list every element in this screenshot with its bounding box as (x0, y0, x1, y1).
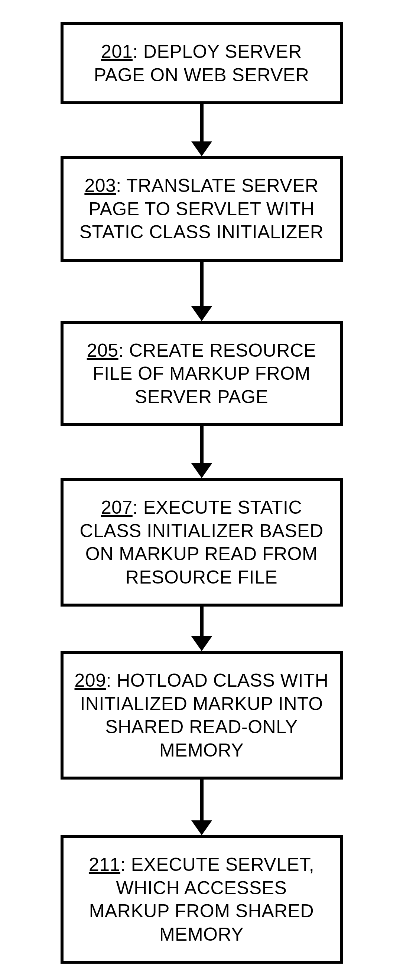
step-text: 203: TRANSLATE SERVER PAGE TO SERVLET WI… (75, 174, 329, 244)
arrow-head-icon (191, 142, 212, 156)
step-desc: EXECUTE SERVLET, WHICH ACCESSES MARKUP F… (89, 854, 314, 945)
arrow-head-icon (191, 820, 212, 835)
arrow-shaft (200, 262, 204, 306)
step-box-207: 207: EXECUTE STATIC CLASS INITIALIZER BA… (61, 478, 343, 606)
step-text: 211: EXECUTE SERVLET, WHICH ACCESSES MAR… (75, 853, 329, 946)
arrow-head-icon (191, 306, 212, 321)
step-number: 205 (87, 340, 118, 361)
step-number: 209 (75, 670, 106, 691)
step-number: 207 (101, 497, 132, 518)
arrow-shaft (200, 426, 204, 463)
arrow-209-211 (191, 780, 212, 835)
arrow-203-205 (191, 262, 212, 321)
arrow-head-icon (191, 636, 212, 651)
arrow-201-203 (191, 104, 212, 156)
step-text: 201: DEPLOY SERVER PAGE ON WEB SERVER (75, 40, 329, 86)
step-box-205: 205: CREATE RESOURCE FILE OF MARKUP FROM… (61, 321, 343, 426)
step-desc: CREATE RESOURCE FILE OF MARKUP FROM SERV… (92, 340, 316, 407)
step-desc: HOTLOAD CLASS WITH INITIALIZED MARKUP IN… (80, 670, 328, 760)
step-number: 203 (84, 175, 116, 196)
flowchart-container: 201: DEPLOY SERVER PAGE ON WEB SERVER 20… (0, 0, 403, 964)
step-box-209: 209: HOTLOAD CLASS WITH INITIALIZED MARK… (61, 651, 343, 780)
step-box-211: 211: EXECUTE SERVLET, WHICH ACCESSES MAR… (61, 835, 343, 964)
step-text: 209: HOTLOAD CLASS WITH INITIALIZED MARK… (75, 669, 329, 762)
step-text: 207: EXECUTE STATIC CLASS INITIALIZER BA… (75, 496, 329, 589)
step-box-203: 203: TRANSLATE SERVER PAGE TO SERVLET WI… (61, 156, 343, 262)
arrow-shaft (200, 104, 204, 142)
arrow-shaft (200, 780, 204, 820)
step-text: 205: CREATE RESOURCE FILE OF MARKUP FROM… (75, 339, 329, 409)
arrow-head-icon (191, 463, 212, 478)
arrow-207-209 (191, 606, 212, 651)
step-number: 211 (89, 854, 120, 875)
arrow-shaft (200, 606, 204, 636)
step-number: 201 (101, 41, 132, 62)
step-desc: TRANSLATE SERVER PAGE TO SERVLET WITH ST… (80, 175, 323, 242)
arrow-205-207 (191, 426, 212, 478)
step-box-201: 201: DEPLOY SERVER PAGE ON WEB SERVER (61, 22, 343, 104)
